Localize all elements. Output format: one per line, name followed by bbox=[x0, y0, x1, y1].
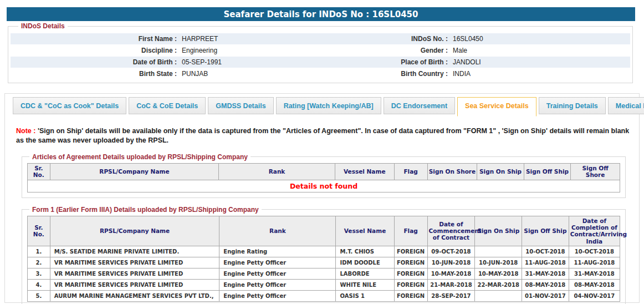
column-header: RPSL/Company Name bbox=[50, 216, 219, 246]
table-header-row: Sr. No. RPSL/Company Name Rank Vessel Na… bbox=[28, 163, 620, 180]
cell-commencement-date: 28-SEP-2017 bbox=[427, 291, 475, 302]
cell-commencement-date: 10-JUN-2018 bbox=[427, 257, 475, 268]
page-title-bar: Seafarer Details for INDoS No : 16SL0450 bbox=[7, 7, 635, 21]
cell-vessel: WHITE NILE bbox=[336, 280, 394, 291]
field-label: First Name : bbox=[11, 35, 177, 43]
field-indos-no: INDoS No. : 16SL0450 bbox=[320, 35, 630, 43]
column-header: Flag bbox=[394, 216, 427, 246]
field-first-name: First Name : HARPREET bbox=[11, 35, 320, 43]
page-title: Seafarer Details for INDoS No : 16SL0450 bbox=[224, 9, 418, 19]
cell-vessel: LABORDE bbox=[336, 268, 394, 280]
cell-flag: FOREIGN bbox=[394, 257, 427, 268]
cell-sr-no: 1. bbox=[28, 246, 50, 257]
cell-commencement-date: 10-MAY-2018 bbox=[427, 268, 475, 280]
cell-vessel: M.T. CHIOS bbox=[336, 246, 394, 257]
column-header: Date of Completion of Contract/Arriving … bbox=[569, 216, 620, 246]
field-label: Gender : bbox=[320, 47, 448, 54]
cell-completion-date: 11-AUG-2018 bbox=[569, 257, 620, 268]
column-header: Date of Commencement of Contract bbox=[427, 216, 475, 246]
cell-sign-off-ship: 08-MAY-2018 bbox=[522, 280, 569, 291]
cell-company: VR MARITIME SERVICES PRIVATE LIMITED bbox=[50, 280, 219, 291]
cell-sign-off-ship: 10-OCT-2018 bbox=[522, 246, 569, 257]
page: Seafarer Details for INDoS No : 16SL0450… bbox=[0, 7, 644, 304]
note-prefix: Note : bbox=[16, 127, 35, 135]
table-row: 3. VR MARITIME SERVICES PRIVATE LIMITED … bbox=[28, 268, 620, 280]
column-header: Vessel Name bbox=[336, 216, 394, 246]
cell-completion-date: 04-NOV-2017 bbox=[569, 291, 620, 302]
field-value: Male bbox=[448, 47, 467, 54]
cell-company: VR MARITIME SERVICES PRIVATE LIMITED bbox=[50, 268, 219, 280]
field-value: 05-SEP-1991 bbox=[177, 58, 222, 66]
table-row: 1. M/S. SEATIDE MARINE PRIVATE LIMITED. … bbox=[28, 246, 620, 257]
tab-sea-service-details[interactable]: Sea Service Details bbox=[457, 97, 536, 116]
indos-details-legend: INDoS Details bbox=[18, 22, 68, 30]
cell-sign-on-ship: 22-MAR-2018 bbox=[475, 280, 522, 291]
indos-row: Discipline : Engineering Gender : Male bbox=[11, 45, 630, 56]
field-value: HARPREET bbox=[177, 35, 218, 43]
cell-company: M/S. SEATIDE MARINE PRIVATE LIMITED. bbox=[50, 246, 219, 257]
field-birth-state: Birth State : PUNJAB bbox=[11, 70, 320, 78]
table-row: 2. VR MARITIME SERVICES PRIVATE LIMITED … bbox=[28, 257, 620, 268]
indos-row: Date of Birth : 05-SEP-1991 Place of Bir… bbox=[11, 57, 630, 68]
tab-rating-watch-keeping-ab[interactable]: Rating [Watch Keeping/AB] bbox=[276, 97, 381, 114]
column-header: Vessel Name bbox=[335, 163, 394, 180]
column-header: Sign Off Ship bbox=[522, 216, 569, 246]
indos-row: First Name : HARPREET INDoS No. : 16SL04… bbox=[11, 33, 630, 44]
form1-table: Sr. No. RPSL/Company Name Rank Vessel Na… bbox=[27, 216, 620, 302]
column-header: Flag bbox=[394, 163, 427, 180]
tab-cdc-coc-as-cook-details[interactable]: CDC & "CoC as Cook" Details bbox=[13, 97, 126, 114]
cell-commencement-date: 09-OCT-2018 bbox=[427, 246, 475, 257]
empty-row: Details not found bbox=[28, 180, 620, 192]
column-header: Sign Off Ship bbox=[524, 163, 570, 180]
tab-medical-fitness-certificate[interactable]: Medical Fitness Certificate bbox=[608, 97, 644, 114]
cell-vessel: IDM DOODLE bbox=[336, 257, 394, 268]
tab-dc-endorsement[interactable]: DC Endorsement bbox=[384, 97, 455, 114]
field-label: INDoS No. : bbox=[320, 35, 448, 43]
field-label: Birth Country : bbox=[320, 70, 448, 78]
column-header: RPSL/Company Name bbox=[50, 163, 219, 180]
cell-sign-on-ship bbox=[475, 246, 522, 257]
cell-sr-no: 5. bbox=[28, 291, 50, 302]
tab-bar: CDC & "CoC as Cook" Details CoC & CoE De… bbox=[5, 94, 639, 114]
table-row: 4. VR MARITIME SERVICES PRIVATE LIMITED … bbox=[28, 280, 620, 291]
cell-completion-date: 31-MAY-2018 bbox=[569, 268, 620, 280]
cell-rank: Engine Petty Officer bbox=[219, 257, 336, 268]
field-birth-country: Birth Country : INDIA bbox=[320, 70, 630, 78]
field-value: PUNJAB bbox=[177, 70, 208, 78]
tab-coc-coe-details[interactable]: CoC & CoE Details bbox=[129, 97, 206, 114]
field-label: Discipline : bbox=[11, 47, 177, 54]
articles-legend: Articles of Agreement Details uploaded b… bbox=[29, 153, 251, 161]
articles-table: Sr. No. RPSL/Company Name Rank Vessel Na… bbox=[27, 163, 620, 192]
cell-sign-off-ship: 01-NOV-2017 bbox=[522, 291, 569, 302]
cell-flag: FOREIGN bbox=[394, 246, 427, 257]
cell-sign-on-ship bbox=[475, 291, 522, 302]
form1-details-section: Form 1 (Earlier Form IIIA) Details uploa… bbox=[22, 206, 626, 304]
field-value: JANDOLI bbox=[448, 58, 481, 66]
cell-sign-off-ship: 11-AUG-2018 bbox=[522, 257, 569, 268]
articles-of-agreement-section: Articles of Agreement Details uploaded b… bbox=[22, 153, 626, 198]
cell-rank: Engine Petty Officer bbox=[219, 268, 336, 280]
column-header: Rank bbox=[219, 163, 335, 180]
field-gender: Gender : Male bbox=[320, 47, 630, 54]
cell-sign-off-ship: 31-MAY-2018 bbox=[522, 268, 569, 280]
table-row: 5. AURUM MARINE MANAGEMENT SERVICES PVT … bbox=[28, 291, 620, 302]
cell-rank: Engine Rating bbox=[219, 246, 336, 257]
cell-completion-date: 08-MAY-2018 bbox=[569, 280, 620, 291]
field-place-of-birth: Place of Birth : JANDOLI bbox=[320, 58, 630, 66]
field-value: INDIA bbox=[448, 70, 471, 78]
tab-gmdss-details[interactable]: GMDSS Details bbox=[208, 97, 273, 114]
cell-completion-date: 10-OCT-2018 bbox=[569, 246, 620, 257]
tab-training-details[interactable]: Training Details bbox=[539, 97, 606, 114]
cell-flag: FOREIGN bbox=[394, 268, 427, 280]
field-value: 16SL0450 bbox=[448, 35, 483, 43]
cell-company: VR MARITIME SERVICES PRIVATE LIMITED bbox=[50, 257, 219, 268]
indos-details-section: INDoS Details First Name : HARPREET INDo… bbox=[8, 22, 633, 83]
column-header: Sr. No. bbox=[28, 216, 50, 246]
column-header: Sign On Ship bbox=[477, 163, 524, 180]
cell-vessel: OASIS 1 bbox=[336, 291, 394, 302]
note-text: Note : 'Sign on Ship' details will be av… bbox=[16, 126, 632, 145]
cell-company: AURUM MARINE MANAGEMENT SERVICES PVT LTD… bbox=[50, 291, 219, 302]
column-header: Sr. No. bbox=[28, 163, 50, 180]
cell-flag: FOREIGN bbox=[394, 291, 427, 302]
note-body: 'Sign on Ship' details will be available… bbox=[16, 127, 629, 144]
